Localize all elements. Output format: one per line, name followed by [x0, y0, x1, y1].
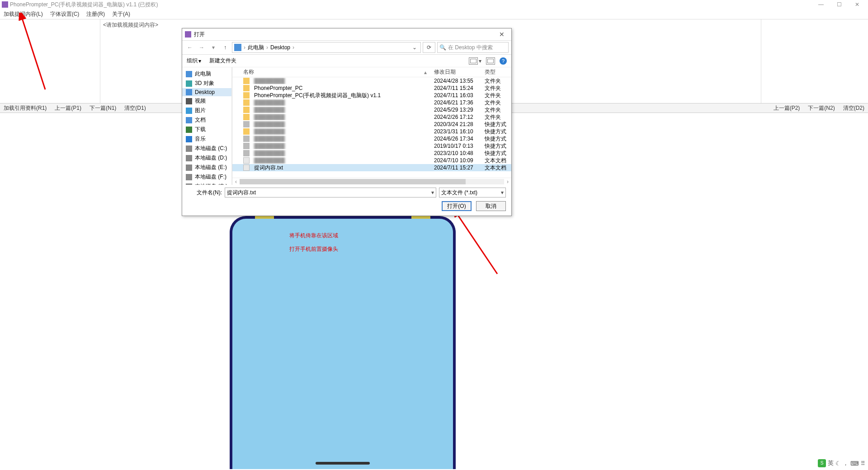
sidebar-item[interactable]: 文档 [182, 115, 231, 125]
next1-button[interactable]: 下一篇(N1) [90, 104, 116, 112]
file-row[interactable]: PhonePrompter_PC2024/7/11 15:24文件夹 [232, 85, 511, 92]
file-name: ████████ [254, 114, 285, 120]
filename-input[interactable]: 提词内容.txt▾ [225, 188, 436, 197]
file-row[interactable]: ████████2024/6/26 17:34快捷方式 [232, 135, 511, 142]
scroll-thumb[interactable] [240, 179, 466, 184]
file-name: ████████ [254, 99, 285, 106]
col-date-header[interactable]: 修改日期 [430, 68, 481, 76]
search-placeholder: 在 Desktop 中搜索 [448, 44, 493, 52]
app-icon [2, 1, 8, 8]
clear1-button[interactable]: 清空(D1) [124, 104, 146, 112]
load-reference-button[interactable]: 加载引用资料(R1) [4, 104, 47, 112]
file-date: 2019/10/17 0:13 [430, 143, 481, 149]
file-name: ████████ [254, 128, 285, 135]
sidebar-item[interactable]: Desktop [182, 88, 231, 96]
file-row[interactable]: ████████2024/6/21 17:36文件夹 [232, 99, 511, 106]
nav-back-button[interactable]: ← [185, 42, 195, 52]
organize-menu[interactable]: 组织▾ [187, 57, 201, 65]
file-row[interactable]: ████████2019/10/17 0:13快捷方式 [232, 142, 511, 150]
sidebar-item[interactable]: 视频 [182, 96, 231, 106]
sidebar-item[interactable]: 此电脑 [182, 69, 231, 79]
comma-icon[interactable]: ， [843, 459, 849, 467]
sort-indicator-icon: ▴ [424, 69, 427, 75]
search-box[interactable]: 🔍 在 Desktop 中搜索 [437, 42, 509, 53]
sidebar-item[interactable]: 本地磁盘 (C:) [182, 144, 231, 153]
sidebar-item[interactable]: 3D 对象 [182, 79, 231, 88]
menu-about[interactable]: 关于(A) [112, 10, 130, 18]
sidebar-item-icon [186, 71, 192, 77]
ime-indicator[interactable]: S [818, 459, 826, 467]
file-row[interactable]: ████████2024/5/29 13:29文件夹 [232, 106, 511, 113]
file-icon [243, 99, 250, 106]
sidebar-item[interactable]: 本地磁盘 (E:) [182, 163, 231, 172]
sidebar-item-label: 本地磁盘 (E:) [195, 164, 227, 171]
menu-load[interactable]: 加载提词内容(L) [4, 10, 43, 18]
file-icon [243, 78, 250, 84]
col-name-header[interactable]: 名称 ▴ [232, 68, 430, 76]
file-row[interactable]: ████████2024/7/10 10:09文本文档 [232, 157, 511, 164]
crumb-desktop[interactable]: Desktop [270, 44, 290, 51]
menu-font[interactable]: 字体设置(C) [50, 10, 80, 18]
sidebar-item[interactable]: 下载 [182, 125, 231, 134]
file-date: 2024/7/11 16:03 [430, 92, 481, 99]
prev1-button[interactable]: 上一篇(P1) [55, 104, 81, 112]
refresh-button[interactable]: ⟳ [423, 42, 435, 53]
keyboard-icon[interactable]: ⌨ [850, 460, 859, 467]
sidebar-item[interactable]: 音乐 [182, 134, 231, 144]
next2-button[interactable]: 下一篇(N2) [808, 104, 835, 112]
sidebar-item[interactable]: 本地磁盘 (F:) [182, 172, 231, 182]
nav-recent-button[interactable]: ▾ [208, 42, 218, 52]
ime-lang[interactable]: 英 [828, 459, 834, 467]
maximize-button[interactable]: ☐ [830, 0, 848, 9]
file-type: 快捷方式 [481, 121, 511, 128]
moon-icon[interactable]: ☾ [835, 460, 841, 467]
file-row[interactable]: PhonePrompter_PC(手机录视频提词器_电脑版) v1.12024/… [232, 92, 511, 99]
file-row[interactable]: ████████2020/3/24 21:28快捷方式 [232, 121, 511, 128]
close-button[interactable]: ✕ [848, 0, 866, 9]
file-icon [243, 107, 250, 113]
file-row[interactable]: ████████2023/1/31 16:10快捷方式 [232, 128, 511, 135]
file-row[interactable]: 提词内容.txt2024/7/11 15:27文本文档 [232, 164, 511, 171]
sidebar-item[interactable]: 本地磁盘 (G:) [182, 182, 231, 185]
nav-up-button[interactable]: ↑ [220, 42, 230, 52]
breadcrumb[interactable]: › 此电脑 › Desktop › ⌄ [232, 42, 421, 53]
scroll-left-button[interactable]: ‹ [232, 179, 240, 185]
file-list[interactable]: ████████2024/4/28 13:55文件夹PhonePrompter_… [232, 77, 511, 178]
dialog-footer: 文件名(N): 提词内容.txt▾ 文本文件 (*.txt)▾ 打开(O) 取消 [182, 185, 511, 216]
minimize-button[interactable]: — [812, 0, 830, 9]
breadcrumb-dropdown[interactable]: ⌄ [410, 44, 419, 51]
file-type: 文本文档 [481, 157, 511, 164]
sidebar-item[interactable]: 图片 [182, 106, 231, 115]
horizontal-scrollbar[interactable]: ‹ › [232, 178, 511, 185]
file-date: 2024/2/26 17:12 [430, 114, 481, 120]
dialog-close-button[interactable]: ✕ [495, 31, 509, 38]
file-date: 2024/7/11 15:24 [430, 85, 481, 91]
file-row[interactable]: ████████2024/4/28 13:55文件夹 [232, 77, 511, 85]
nav-forward-button[interactable]: → [197, 42, 207, 52]
new-folder-button[interactable]: 新建文件夹 [209, 57, 236, 65]
file-row[interactable]: ████████2024/2/26 17:12文件夹 [232, 113, 511, 121]
file-row[interactable]: ████████2023/2/10 10:48快捷方式 [232, 150, 511, 157]
view-mode-button[interactable]: ▾ [469, 57, 481, 65]
preview-pane-button[interactable] [486, 57, 495, 65]
file-type: 文件夹 [481, 113, 511, 121]
sidebar-item-icon [186, 146, 192, 152]
sidebar-item[interactable]: 本地磁盘 (D:) [182, 153, 231, 163]
grid-icon[interactable]: ⠿ [861, 460, 865, 467]
scroll-right-button[interactable]: › [504, 179, 511, 185]
prev2-button[interactable]: 上一篇(P2) [774, 104, 800, 112]
open-button[interactable]: 打开(O) [442, 201, 472, 211]
dialog-nav: ← → ▾ ↑ › 此电脑 › Desktop › ⌄ ⟳ 🔍 在 Deskto… [182, 40, 511, 55]
cancel-button[interactable]: 取消 [476, 201, 506, 211]
file-type: 快捷方式 [481, 150, 511, 157]
col-type-header[interactable]: 类型 [481, 68, 511, 76]
menu-register[interactable]: 注册(R) [86, 10, 105, 18]
clear2-button[interactable]: 清空(D2) [843, 104, 864, 112]
crumb-pc[interactable]: 此电脑 [248, 44, 264, 52]
filetype-select[interactable]: 文本文件 (*.txt)▾ [439, 188, 506, 197]
file-date: 2024/7/11 15:27 [430, 164, 481, 171]
help-button[interactable]: ? [500, 57, 507, 65]
file-name: PhonePrompter_PC(手机录视频提词器_电脑版) v1.1 [254, 92, 381, 99]
file-date: 2023/1/31 16:10 [430, 128, 481, 135]
sidebar-item-icon [186, 174, 192, 180]
